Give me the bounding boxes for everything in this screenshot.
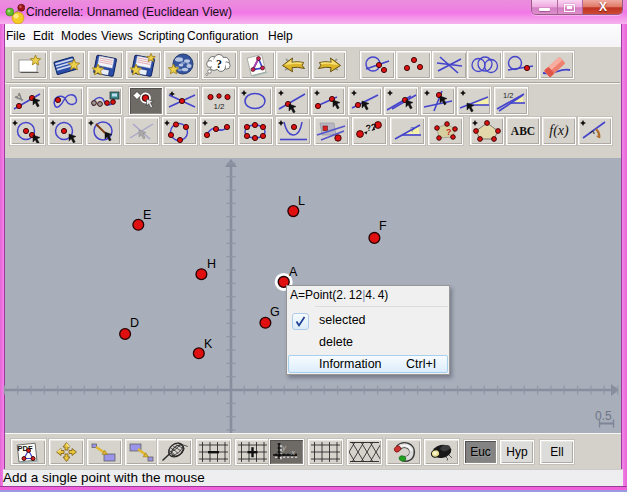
svg-text:D: D <box>130 316 139 330</box>
svg-text:K: K <box>204 337 213 351</box>
svg-text:y: y <box>281 443 287 452</box>
svg-text:G: G <box>270 305 280 319</box>
svg-text:E: E <box>143 208 151 222</box>
svg-text:F: F <box>379 219 387 233</box>
svg-text:L: L <box>298 194 305 208</box>
svg-text:H: H <box>207 257 216 271</box>
svg-text:0.5: 0.5 <box>595 409 612 423</box>
svg-text:A: A <box>289 265 298 279</box>
